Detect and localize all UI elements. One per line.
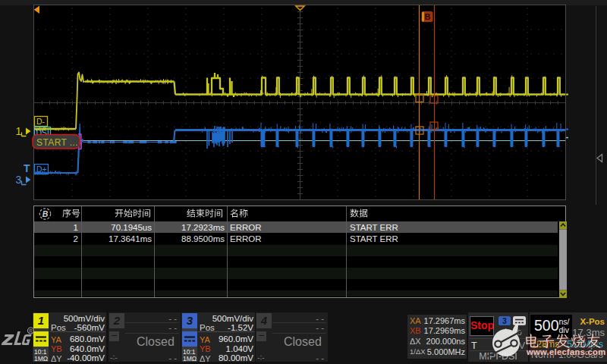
svg-text:B: B — [425, 12, 431, 21]
svg-text:R: R — [29, 328, 33, 334]
svg-text:1: 1 — [16, 125, 22, 137]
svg-text:B: B — [42, 209, 49, 218]
svg-text:3: 3 — [16, 174, 22, 186]
svg-text:T: T — [24, 162, 30, 174]
svg-text:D-: D- — [36, 117, 46, 126]
svg-text:START ...: START ... — [36, 137, 78, 148]
